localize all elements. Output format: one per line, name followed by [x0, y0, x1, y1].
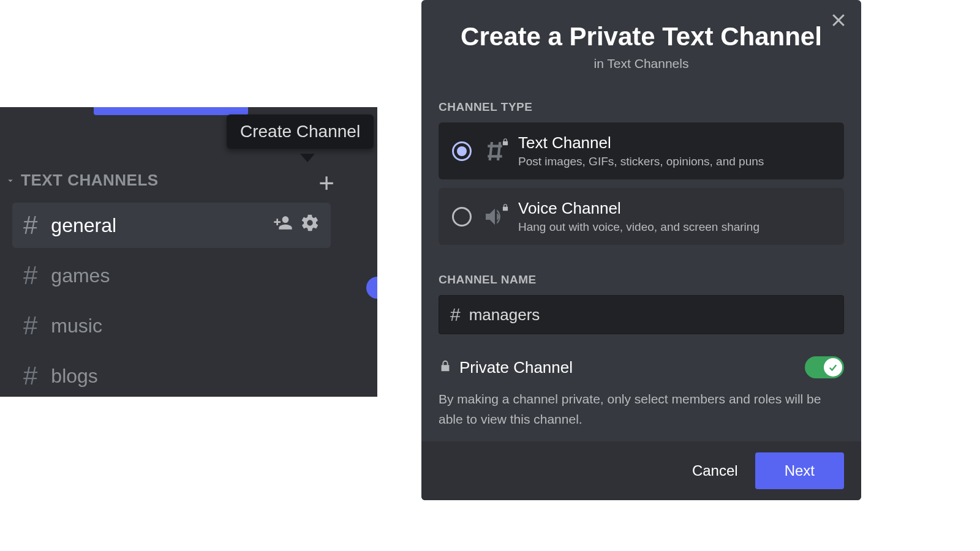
channel-name: games: [51, 264, 110, 287]
invite-user-icon[interactable]: [273, 213, 293, 238]
private-channel-description: By making a channel private, only select…: [439, 389, 844, 429]
channel-name: general: [51, 214, 116, 237]
channel-item-general[interactable]: # general: [12, 203, 331, 248]
channel-name-label: CHANNEL NAME: [439, 273, 844, 287]
hash-icon: #: [450, 304, 461, 325]
tooltip-arrow: [300, 154, 315, 162]
channel-name-field-wrap[interactable]: #: [439, 295, 844, 334]
cancel-button[interactable]: Cancel: [692, 462, 738, 479]
channel-type-voice[interactable]: Voice Channel Hang out with voice, video…: [439, 188, 844, 245]
private-channel-toggle[interactable]: [805, 356, 844, 378]
private-channel-label: Private Channel: [459, 358, 573, 377]
modal-title: Create a Private Text Channel: [421, 22, 861, 51]
speaker-lock-icon: [483, 204, 507, 229]
lock-icon: [501, 138, 510, 149]
type-desc: Post images, GIFs, stickers, opinions, a…: [518, 155, 764, 168]
hash-icon: #: [23, 261, 37, 290]
channel-item-music[interactable]: # music: [12, 303, 331, 348]
close-button[interactable]: [829, 11, 848, 32]
channel-sidebar: Create Channel TEXT CHANNELS + # general…: [0, 107, 377, 397]
create-channel-button[interactable]: +: [318, 170, 334, 197]
channel-item-blogs[interactable]: # blogs: [12, 353, 331, 397]
server-avatar-edge: [366, 277, 377, 299]
hash-icon: #: [23, 311, 37, 340]
type-title: Text Channel: [518, 133, 764, 152]
channel-type-text[interactable]: Text Channel Post images, GIFs, stickers…: [439, 122, 844, 179]
hash-icon: #: [23, 211, 37, 240]
check-icon: [827, 362, 839, 373]
chevron-down-icon: [5, 175, 16, 186]
lock-icon: [501, 203, 510, 214]
channel-name-input[interactable]: [469, 305, 832, 324]
channel-name: blogs: [51, 365, 98, 388]
lock-icon: [439, 358, 452, 377]
type-title: Voice Channel: [518, 199, 760, 218]
create-channel-tooltip: Create Channel: [227, 114, 374, 149]
channel-name: music: [51, 315, 102, 337]
gear-icon[interactable]: [300, 213, 320, 238]
toggle-knob: [824, 358, 842, 377]
type-desc: Hang out with voice, video, and screen s…: [518, 220, 760, 234]
channel-type-label: CHANNEL TYPE: [439, 100, 844, 114]
radio-selected-icon: [452, 141, 472, 161]
modal-subtitle: in Text Channels: [421, 56, 861, 71]
hash-icon: #: [23, 361, 37, 391]
create-channel-modal: Create a Private Text Channel in Text Ch…: [421, 0, 861, 500]
next-button[interactable]: Next: [755, 452, 844, 489]
hash-lock-icon: [483, 139, 507, 163]
category-label: TEXT CHANNELS: [21, 171, 159, 190]
radio-unselected-icon: [452, 207, 472, 227]
modal-footer: Cancel Next: [421, 441, 861, 500]
text-channels-category[interactable]: TEXT CHANNELS: [5, 171, 342, 190]
active-indicator-bar: [94, 107, 248, 115]
channel-item-games[interactable]: # games: [12, 253, 331, 298]
